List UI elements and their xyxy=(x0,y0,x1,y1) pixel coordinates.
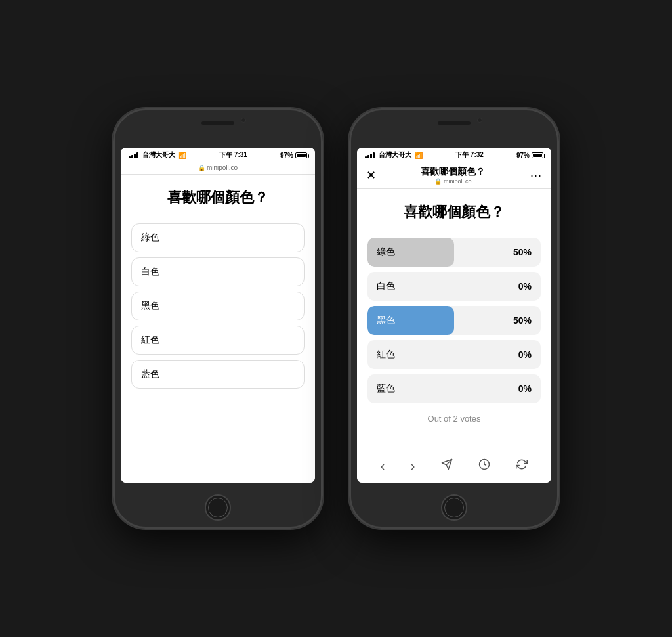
refresh-button[interactable] xyxy=(511,456,533,476)
signal-bar-2-4 xyxy=(373,152,375,158)
phone-1-speaker xyxy=(201,121,234,125)
result-white: 白色 0% xyxy=(368,272,541,301)
phone-1-camera xyxy=(241,118,246,123)
option-red[interactable]: 紅色 xyxy=(131,326,304,355)
phone-1-screen: 台灣大哥大 📶 下午 7:31 97% 🔒 minipoll.co 喜歡哪個顏色 xyxy=(121,148,315,483)
phone-1-carrier: 台灣大哥大 📶 xyxy=(129,150,186,160)
phone-1-poll-content: 喜歡哪個顏色？ 綠色 白色 黑色 紅色 藍色 xyxy=(121,175,315,483)
result-label-green: 綠色 xyxy=(368,246,513,258)
url-text: minipoll.co xyxy=(207,164,238,171)
signal-bar-3 xyxy=(134,154,136,158)
signal-bar-2-1 xyxy=(365,156,367,158)
result-label-red: 紅色 xyxy=(368,349,518,361)
result-list: 綠色 50% 白色 0% 黑色 50% xyxy=(368,238,541,403)
result-label-blue: 藍色 xyxy=(368,383,518,395)
nav-title-block: 喜歡哪個顏色？ 🔒 minipoll.co xyxy=(421,166,485,185)
more-button[interactable]: ··· xyxy=(530,169,542,183)
phone-1-frame: 台灣大哥大 📶 下午 7:31 97% 🔒 minipoll.co 喜歡哪個顏色 xyxy=(113,108,323,529)
signal-bar-2 xyxy=(131,155,133,158)
result-pct-red: 0% xyxy=(518,349,541,360)
phone-1-home[interactable] xyxy=(205,494,231,521)
battery-icon-2 xyxy=(532,152,543,158)
wifi-icon-2: 📶 xyxy=(415,152,423,159)
signal-bar-2-2 xyxy=(368,155,369,158)
phone-2-camera xyxy=(477,118,482,123)
result-red: 紅色 0% xyxy=(368,340,541,369)
bottom-toolbar: ‹ › xyxy=(357,449,551,483)
wifi-icon: 📶 xyxy=(178,152,186,159)
carrier-text: 台灣大哥大 xyxy=(142,150,175,160)
lock-icon: 🔒 xyxy=(198,165,205,171)
nav-url: 🔒 minipoll.co xyxy=(421,178,485,185)
phone-2-frame: 台灣大哥大 📶 下午 7:32 97% ✕ 喜歡哪個顏色？ 🔒 xyxy=(349,108,559,529)
nav-url-text: minipoll.co xyxy=(444,178,472,185)
result-label-white: 白色 xyxy=(368,280,518,292)
battery-fill-2 xyxy=(533,154,542,157)
signal-bar-1 xyxy=(129,156,131,158)
result-green: 綠色 50% xyxy=(368,238,541,267)
battery-fill xyxy=(297,154,306,157)
phone-1: 台灣大哥大 📶 下午 7:31 97% 🔒 minipoll.co 喜歡哪個顏色 xyxy=(113,108,323,529)
result-blue: 藍色 0% xyxy=(368,374,541,403)
votes-label: Out of 2 votes xyxy=(368,414,541,424)
phone-2-status-bar: 台灣大哥大 📶 下午 7:32 97% xyxy=(357,148,551,162)
timer-button[interactable] xyxy=(473,456,495,476)
phone-2-battery-area: 97% xyxy=(516,152,543,159)
battery-pct-2: 97% xyxy=(516,152,530,159)
back-button[interactable]: ‹ xyxy=(375,456,390,476)
phone-2-poll-title: 喜歡哪個顏色？ xyxy=(368,202,541,222)
phone-2-nav-bar: ✕ 喜歡哪個顏色？ 🔒 minipoll.co ··· xyxy=(357,162,551,189)
option-black[interactable]: 黑色 xyxy=(131,292,304,320)
phone-2-carrier: 台灣大哥大 📶 xyxy=(365,150,423,160)
option-blue[interactable]: 藍色 xyxy=(131,360,304,389)
result-black: 黑色 50% xyxy=(368,306,541,335)
signal-bar-4 xyxy=(136,152,138,158)
result-pct-blue: 0% xyxy=(518,384,541,394)
phone-2-speaker xyxy=(438,121,471,125)
signal-bar-2-3 xyxy=(370,154,372,158)
phone-1-time: 下午 7:31 xyxy=(219,150,247,160)
result-pct-green: 50% xyxy=(513,247,541,257)
carrier-text-2: 台灣大哥大 xyxy=(379,150,411,160)
phone-2-home[interactable] xyxy=(441,494,467,521)
close-button[interactable]: ✕ xyxy=(366,168,376,183)
phone-2-poll-content: 喜歡哪個顏色？ 綠色 50% 白色 0% xyxy=(357,189,551,449)
nav-lock-icon: 🔒 xyxy=(434,178,442,185)
battery-icon xyxy=(295,152,307,158)
phone-1-status-bar: 台灣大哥大 📶 下午 7:31 97% xyxy=(121,148,315,162)
signal-bars-2 xyxy=(365,152,375,158)
phone-1-poll-title: 喜歡哪個顏色？ xyxy=(131,188,304,208)
result-label-black: 黑色 xyxy=(368,315,513,326)
battery-pct: 97% xyxy=(280,152,293,159)
phone-2-time: 下午 7:32 xyxy=(455,150,484,160)
forward-button[interactable]: › xyxy=(406,456,421,476)
option-white[interactable]: 白色 xyxy=(131,257,304,286)
nav-title: 喜歡哪個顏色？ xyxy=(421,166,485,178)
share-button[interactable] xyxy=(436,456,458,476)
result-pct-black: 50% xyxy=(513,315,541,326)
phone-2-screen: 台灣大哥大 📶 下午 7:32 97% ✕ 喜歡哪個顏色？ 🔒 xyxy=(357,148,551,483)
phone-1-option-list: 綠色 白色 黑色 紅色 藍色 xyxy=(131,223,304,389)
signal-bars xyxy=(129,152,138,158)
phone-2: 台灣大哥大 📶 下午 7:32 97% ✕ 喜歡哪個顏色？ 🔒 xyxy=(349,108,559,529)
phone-1-url-bar[interactable]: 🔒 minipoll.co xyxy=(121,162,315,175)
result-pct-white: 0% xyxy=(518,281,541,292)
phone-1-battery-area: 97% xyxy=(280,152,307,159)
option-green[interactable]: 綠色 xyxy=(131,223,304,252)
